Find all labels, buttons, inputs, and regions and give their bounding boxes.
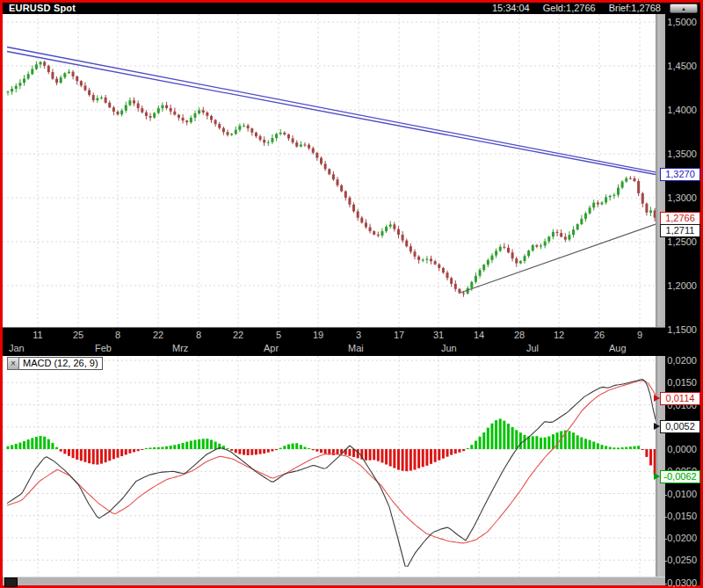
- candle-body: [157, 108, 160, 113]
- macd-histogram-bar: [568, 431, 570, 449]
- candle-body: [170, 108, 172, 112]
- macd-histogram-bar: [629, 446, 632, 449]
- candle-body: [47, 66, 50, 72]
- month-label: Feb: [95, 343, 112, 353]
- macd-histogram-bar: [275, 449, 278, 450]
- macd-histogram-bar: [279, 448, 282, 449]
- macd-histogram-bar: [55, 447, 58, 449]
- candle-body: [393, 224, 395, 229]
- macd-histogram-bar: [190, 440, 192, 449]
- collapse-button[interactable]: ▲: [670, 4, 698, 13]
- candle-body: [417, 257, 420, 260]
- candle-body: [479, 270, 482, 276]
- candle-body: [556, 232, 559, 233]
- candle-body: [308, 145, 310, 149]
- candle-body: [141, 108, 143, 113]
- macd-histogram-bar: [80, 449, 83, 461]
- candle-body: [137, 104, 140, 109]
- candle-body: [365, 222, 367, 227]
- candle-body: [462, 293, 465, 294]
- scrollbar-handle[interactable]: [4, 577, 18, 587]
- macd-histogram-bar: [63, 449, 66, 454]
- candle-body: [312, 149, 315, 153]
- candle-body: [178, 115, 180, 118]
- month-label: Jun: [441, 343, 457, 353]
- window-title: EURUSD Spot: [9, 3, 76, 14]
- candle-body: [279, 133, 282, 134]
- candle-body: [535, 245, 538, 247]
- macd-histogram-bar: [303, 446, 306, 449]
- date-tick-label: 12: [546, 330, 572, 340]
- candle-body: [51, 72, 54, 79]
- candle-body: [600, 202, 603, 204]
- macd-marker-arrow-icon: [654, 395, 660, 402]
- candle-body: [35, 64, 38, 69]
- candle-body: [18, 83, 21, 86]
- macd-histogram-bar: [580, 438, 583, 449]
- macd-histogram-bar: [112, 449, 115, 459]
- macd-histogram-bar: [35, 437, 38, 449]
- macd-histogram-bar: [572, 432, 575, 449]
- candle-body: [572, 229, 575, 235]
- candle-body: [133, 100, 135, 103]
- price-axis-label: 1,3000: [667, 192, 697, 203]
- macd-histogram-bar: [552, 434, 554, 449]
- macd-histogram-bar: [149, 447, 152, 449]
- macd-axis-label: -0,0300: [664, 577, 697, 588]
- date-tick-label: 31: [425, 330, 452, 340]
- candle-body: [352, 205, 355, 212]
- macd-histogram-bar: [609, 447, 612, 449]
- macd-histogram-bar: [283, 446, 286, 449]
- macd-histogram-bar: [535, 436, 538, 449]
- candle-body: [402, 235, 404, 241]
- macd-histogram-bar: [625, 447, 627, 449]
- candle-body: [612, 195, 615, 196]
- price-axis-label: 1,4500: [667, 61, 697, 71]
- candle-body: [63, 73, 66, 77]
- macd-histogram-bar: [605, 446, 607, 449]
- close-icon[interactable]: ×: [7, 357, 19, 370]
- macd-histogram-bar: [544, 438, 547, 449]
- candle-body: [250, 128, 253, 133]
- macd-histogram-bar: [238, 449, 241, 454]
- candlestick-chart: [3, 14, 656, 327]
- candle-body: [540, 245, 542, 246]
- candle-body: [405, 241, 408, 247]
- candle-body: [300, 145, 302, 147]
- candle-body: [442, 268, 445, 272]
- candle-body: [422, 260, 424, 261]
- macd-histogram-bar: [556, 432, 559, 449]
- candle-body: [40, 62, 42, 64]
- candle-body: [243, 126, 245, 127]
- macd-histogram-bar: [182, 443, 185, 449]
- date-tick-label: 8: [105, 330, 131, 340]
- macd-histogram-bar: [482, 432, 485, 449]
- macd-axis-label: 0,0150: [667, 377, 697, 388]
- macd-histogram-bar: [589, 440, 591, 449]
- candle-body: [490, 256, 493, 260]
- macd-histogram-bar: [7, 446, 10, 449]
- candle-body: [108, 103, 111, 107]
- candle-body: [511, 252, 514, 258]
- horizontal-scrollbar[interactable]: [3, 577, 665, 585]
- candle-body: [247, 126, 250, 128]
- month-label: Jul: [526, 343, 539, 353]
- macd-histogram-bar: [458, 449, 460, 453]
- price-chart-panel: [3, 14, 656, 327]
- macd-axis-label: -0,0250: [664, 555, 697, 565]
- macd-histogram-bar: [369, 449, 372, 461]
- candle-body: [649, 210, 652, 212]
- macd-histogram-bar: [348, 449, 351, 456]
- macd-histogram-bar: [487, 428, 489, 449]
- candle-body: [60, 77, 62, 83]
- date-tick-label: 28: [506, 330, 533, 340]
- macd-histogram-bar: [267, 449, 270, 453]
- candle-body: [11, 89, 13, 91]
- macd-histogram-bar: [547, 436, 550, 449]
- candle-body: [92, 95, 95, 100]
- macd-histogram-bar: [397, 449, 400, 470]
- macd-histogram-bar: [414, 449, 417, 469]
- candle-body: [397, 229, 400, 235]
- macd-histogram-bar: [100, 449, 103, 464]
- candle-body: [641, 193, 644, 204]
